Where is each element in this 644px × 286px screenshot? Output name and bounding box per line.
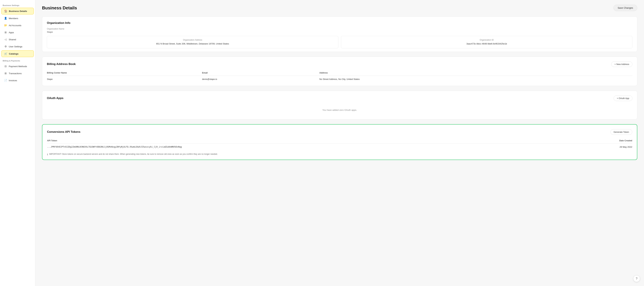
apps-icon: ⊞ — [4, 31, 7, 34]
sidebar-item-ad-accounts[interactable]: 📁 Ad Accounts — [1, 22, 34, 28]
save-changes-button[interactable]: Save Changes — [614, 5, 637, 11]
org-name-label: Organization Name — [47, 28, 632, 30]
org-address-value: 651 N Broad Street, Suite 206, Middletow… — [50, 42, 335, 45]
sidebar-item-invoices[interactable]: 📄 Invoices — [1, 77, 34, 84]
sidebar-item-payment-methods[interactable]: ⊟ Payment Methods — [1, 63, 34, 69]
sidebar-item-user-settings[interactable]: ⚙ User Settings — [1, 43, 34, 50]
billing-address: No Street Address, No City, United State… — [319, 76, 632, 82]
oauth-title: OAuth Apps — [47, 96, 64, 100]
sidebar-item-label: Catalogs — [9, 52, 18, 55]
sidebar-section-business: Business Settings — [0, 2, 35, 7]
sidebar-item-label: Members — [9, 17, 18, 20]
conversions-api-section: Conversions API Tokens Generate Token AP… — [42, 124, 637, 160]
tokens-table: API Token Date Created ...JPRFVDVEIPTn5I… — [47, 138, 632, 150]
conversions-title: Conversions API Tokens — [47, 130, 80, 134]
sidebar-item-apps[interactable]: ⊞ Apps — [1, 29, 34, 35]
sidebar-item-label: Business Details — [9, 10, 27, 12]
col-date-created: Date Created — [581, 138, 632, 144]
oauth-empty: You have added zero OAuth apps. — [47, 104, 632, 116]
table-row: ...JPRFVDVEIPTn5IZDg2ZmU0Ni03NGVkLTQ1OWY… — [47, 144, 632, 150]
col-billing-center: Billing Center Name — [47, 70, 202, 76]
members-icon: 👤 — [4, 17, 7, 20]
sidebar-item-label: Payment Methods — [9, 65, 27, 68]
billing-address-table: Billing Center Name Email Address Stape … — [47, 70, 632, 82]
shared-icon: ◁ — [4, 38, 7, 41]
sidebar-item-label: User Settings — [9, 45, 22, 48]
billing-address-title: Billing Address Book — [47, 62, 76, 66]
sidebar-item-label: Ad Accounts — [9, 24, 21, 27]
ad-accounts-icon: 📁 — [4, 24, 7, 27]
org-cards: Organization Address 651 N Broad Street,… — [47, 36, 632, 48]
org-info-title: Organization Info — [47, 21, 632, 25]
page-title: Business Details — [42, 5, 77, 10]
org-name-value: Stape — [47, 31, 632, 33]
sidebar-item-label: Apps — [9, 31, 14, 34]
invoices-icon: 📄 — [4, 79, 7, 82]
sidebar-item-business-details[interactable]: 🏠 Business Details — [1, 8, 34, 14]
api-token-value: ...JPRFVDVEIPTn5IZDg2ZmU0Ni03NGVkLTQ1OWY… — [47, 144, 581, 150]
token-notice: ℹ IMPORTANT! Store tokens on secure back… — [47, 153, 632, 156]
generate-token-button[interactable]: Generate Token — [610, 129, 632, 135]
catalogs-icon: 🛒 — [4, 52, 7, 55]
token-date: 29 May 2022 — [581, 144, 632, 150]
org-address-label: Organization Address — [50, 39, 335, 41]
sidebar-item-transactions[interactable]: ⊞ Transactions — [1, 70, 34, 76]
main-content: Business Details Save Changes Organizati… — [35, 0, 644, 286]
sidebar-item-catalogs[interactable]: 🛒 Catalogs — [1, 50, 34, 57]
billing-address-header: Billing Address Book + New Address — [47, 61, 632, 67]
org-id-card: Organization ID 3aac473c-8dcc-4648-9de6-… — [341, 36, 632, 48]
org-info-section: Organization Info Organization Name Stap… — [42, 16, 637, 52]
settings-icon: ⚙ — [4, 45, 7, 48]
sidebar-item-label: Shared — [9, 38, 16, 41]
col-api-token: API Token — [47, 138, 581, 144]
help-button[interactable]: ? — [633, 275, 640, 282]
transactions-icon: ⊞ — [4, 72, 7, 75]
sidebar: Business Settings 🏠 Business Details 👤 M… — [0, 0, 35, 286]
oauth-header: OAuth Apps + OAuth App — [47, 95, 632, 101]
notice-text: IMPORTANT! Store tokens on secure backen… — [49, 153, 218, 156]
col-address: Address — [319, 70, 632, 76]
billing-email: denis@stape.io — [202, 76, 319, 82]
sidebar-item-label: Invoices — [9, 79, 17, 82]
new-address-button[interactable]: + New Address — [611, 61, 632, 67]
sidebar-item-label: Transactions — [9, 72, 22, 75]
page-header: Business Details Save Changes — [42, 5, 637, 11]
conversions-header: Conversions API Tokens Generate Token — [47, 129, 632, 135]
oauth-apps-section: OAuth Apps + OAuth App You have added ze… — [42, 91, 637, 119]
payment-icon: ⊟ — [4, 65, 7, 68]
org-id-value: 3aac473c-8dcc-4648-9de6-8cf633425e1b — [344, 42, 629, 45]
table-row: Stape denis@stape.io No Street Address, … — [47, 76, 632, 82]
home-icon: 🏠 — [4, 9, 7, 12]
org-id-label: Organization ID — [344, 39, 629, 41]
sidebar-section-billing: Billing & Payments — [0, 57, 35, 63]
sidebar-item-shared[interactable]: ◁ Shared — [1, 36, 34, 43]
col-email: Email — [202, 70, 319, 76]
oauth-app-button[interactable]: + OAuth App — [614, 95, 632, 101]
billing-address-section: Billing Address Book + New Address Billi… — [42, 56, 637, 86]
info-icon: ℹ — [47, 153, 48, 156]
org-address-card: Organization Address 651 N Broad Street,… — [47, 36, 338, 48]
sidebar-item-members[interactable]: 👤 Members — [1, 15, 34, 21]
billing-center-name: Stape — [47, 76, 202, 82]
